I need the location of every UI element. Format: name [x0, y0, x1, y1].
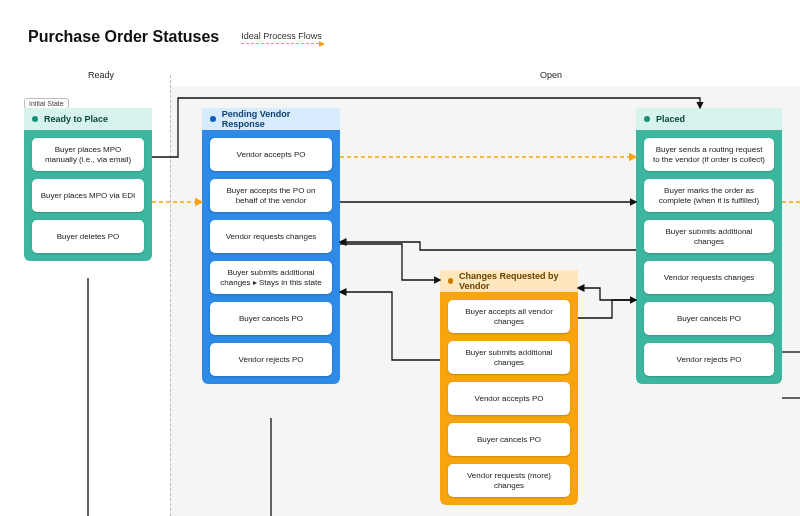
- lane-ready-to-place: Ready to Place Buyer places MPO manually…: [24, 108, 152, 261]
- flow-card: Buyer marks the order as complete (when …: [644, 179, 774, 212]
- legend: Ideal Process Flows: [241, 31, 322, 44]
- flow-card: Buyer cancels PO: [448, 423, 570, 456]
- flow-card: Vendor accepts PO: [210, 138, 332, 171]
- lane-header: Placed: [636, 108, 782, 130]
- legend-arrow: [241, 43, 319, 44]
- zone-label-open: Open: [540, 70, 562, 80]
- lane-placed: Placed Buyer sends a routing request to …: [636, 108, 782, 384]
- legend-label: Ideal Process Flows: [241, 31, 322, 41]
- zone-label-ready: Ready: [88, 70, 114, 80]
- page-title: Purchase Order Statuses: [28, 28, 219, 46]
- flow-card: Buyer submits additional changes ▸ Stays…: [210, 261, 332, 294]
- zone-divider: [170, 75, 171, 516]
- lane-header: Ready to Place: [24, 108, 152, 130]
- flow-card: Vendor rejects PO: [210, 343, 332, 376]
- lane-title: Placed: [656, 114, 685, 124]
- flow-card: Vendor accepts PO: [448, 382, 570, 415]
- header: Purchase Order Statuses Ideal Process Fl…: [28, 28, 322, 46]
- dot-icon: [644, 116, 650, 122]
- flow-card: Buyer submits additional changes: [448, 341, 570, 374]
- lane-changes-requested: Changes Requested by Vendor Buyer accept…: [440, 270, 578, 505]
- flow-card: Buyer accepts all vendor changes: [448, 300, 570, 333]
- flow-card: Buyer cancels PO: [210, 302, 332, 335]
- lane-pending-vendor: Pending Vendor Response Vendor accepts P…: [202, 108, 340, 384]
- flow-card: Buyer places MPO via EDI: [32, 179, 144, 212]
- flow-card: Buyer cancels PO: [644, 302, 774, 335]
- dot-icon: [448, 278, 453, 284]
- lane-title: Pending Vendor Response: [222, 109, 332, 129]
- flow-card: Vendor requests (more) changes: [448, 464, 570, 497]
- lane-header: Changes Requested by Vendor: [440, 270, 578, 292]
- flow-card: Buyer deletes PO: [32, 220, 144, 253]
- flow-card: Buyer places MPO manually (i.e., via ema…: [32, 138, 144, 171]
- flow-card: Buyer accepts the PO on behalf of the ve…: [210, 179, 332, 212]
- flow-card: Buyer submits additional changes: [644, 220, 774, 253]
- flow-card: Vendor requests changes: [210, 220, 332, 253]
- dot-icon: [32, 116, 38, 122]
- lane-header: Pending Vendor Response: [202, 108, 340, 130]
- flow-card: Buyer sends a routing request to the ven…: [644, 138, 774, 171]
- flow-card: Vendor rejects PO: [644, 343, 774, 376]
- flow-card: Vendor requests changes: [644, 261, 774, 294]
- dot-icon: [210, 116, 216, 122]
- lane-title: Ready to Place: [44, 114, 108, 124]
- lane-title: Changes Requested by Vendor: [459, 271, 570, 291]
